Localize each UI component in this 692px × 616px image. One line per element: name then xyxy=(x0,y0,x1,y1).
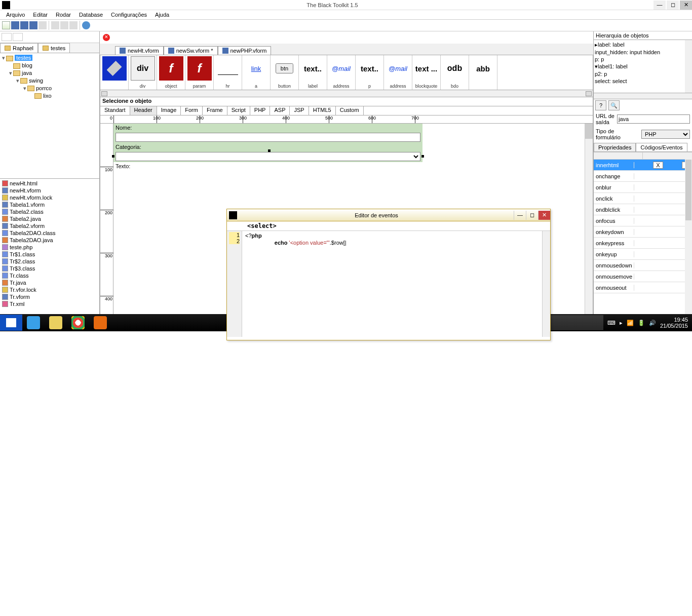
tree-item[interactable]: lixo xyxy=(43,93,52,99)
menu-database[interactable]: Database xyxy=(75,11,107,19)
tree-item[interactable]: swing xyxy=(29,78,43,84)
file-item[interactable]: Tr.xml xyxy=(10,301,25,307)
file-item[interactable]: newHt.html xyxy=(10,180,37,186)
tab-newphp[interactable]: newPHP.vform xyxy=(218,46,272,55)
component-[interactable] xyxy=(100,55,129,90)
event-row-onchange[interactable]: onchange xyxy=(594,171,692,182)
event-row-onkeyup[interactable]: onkeyup xyxy=(594,249,692,260)
events-vscroll[interactable] xyxy=(685,152,692,330)
wifi-icon[interactable]: 📶 xyxy=(627,320,634,326)
nome-input[interactable] xyxy=(116,133,420,142)
tipo-form-select[interactable]: PHP xyxy=(641,130,690,139)
url-saida-input[interactable] xyxy=(617,114,690,124)
component-div[interactable]: divdiv xyxy=(129,55,157,90)
hier-node[interactable]: p: p xyxy=(595,56,604,62)
event-row-onfocus[interactable]: onfocus xyxy=(594,215,692,226)
event-row-ondblclick[interactable]: ondblclick xyxy=(594,204,692,215)
hier-node[interactable]: p2: p xyxy=(595,71,607,77)
cat-tab-header[interactable]: Header xyxy=(130,106,157,115)
tool-icon-3[interactable] xyxy=(60,21,68,29)
tree-root[interactable]: testes xyxy=(15,55,32,61)
event-clear-button[interactable]: X xyxy=(653,162,663,169)
file-item[interactable]: Tabela2.class xyxy=(10,209,44,215)
event-row-onkeydown[interactable]: onkeydown xyxy=(594,226,692,238)
component-button[interactable]: btnbutton xyxy=(271,55,299,90)
component-label[interactable]: text..label xyxy=(299,55,327,90)
scroll-left-icon[interactable] xyxy=(101,91,107,96)
component-param[interactable]: fparam xyxy=(185,55,214,90)
tab-newsw[interactable]: newSw.vform * xyxy=(164,46,218,55)
hier-node[interactable]: label1: label xyxy=(598,63,628,69)
component-hr[interactable]: hr xyxy=(214,55,242,90)
form-designer[interactable]: Nome: Categoria: Texto: xyxy=(113,124,422,170)
maximize-button[interactable]: ◻ xyxy=(667,1,679,10)
tab-testes[interactable]: testes xyxy=(38,43,70,53)
cat-tab-custom[interactable]: Custom xyxy=(336,106,364,115)
file-list[interactable]: newHt.html newHt.vform newHt.vform.lock … xyxy=(0,178,99,330)
hier-node[interactable]: input_hidden: input hidden xyxy=(595,49,660,55)
cat-tab-php[interactable]: PHP xyxy=(250,106,271,115)
menu-ajuda[interactable]: Ajuda xyxy=(151,11,173,19)
file-item[interactable]: Tabela2DAO.class xyxy=(10,230,56,236)
file-item[interactable]: Tr$3.class xyxy=(10,265,35,272)
volume-icon[interactable]: 🔊 xyxy=(649,320,656,326)
event-editor-window[interactable]: Editor de eventos — ◻ ✕ <select> 12 <?ph… xyxy=(226,209,551,340)
system-tray[interactable]: ⌨ ▸ 📶 🔋 🔊 19:45 21/05/2015 xyxy=(603,317,692,329)
event-row-onmousemove[interactable]: onmousemove xyxy=(594,271,692,282)
cat-tab-asp[interactable]: ASP xyxy=(270,106,290,115)
tree-item[interactable]: java xyxy=(22,70,32,76)
file-item[interactable]: newHt.vform.lock xyxy=(10,195,52,201)
tool-icon-4[interactable] xyxy=(69,21,78,29)
ee-close-button[interactable]: ✕ xyxy=(538,211,550,220)
save-all-icon[interactable] xyxy=(29,21,37,29)
hier-hscroll[interactable] xyxy=(594,93,692,99)
file-item[interactable]: Tr.vform xyxy=(10,294,30,300)
cat-tab-html5[interactable]: HTML5 xyxy=(309,106,336,115)
categoria-select[interactable] xyxy=(116,152,420,161)
zoom-button[interactable]: 🔍 xyxy=(608,100,620,110)
event-list[interactable]: innerhtmlX...onchangeonbluronclickondblc… xyxy=(594,152,692,330)
event-row-onkeypress[interactable]: onkeypress xyxy=(594,238,692,249)
tree-item[interactable]: blog xyxy=(22,62,32,68)
canvas-vscroll[interactable] xyxy=(585,124,593,322)
component-address[interactable]: @mailaddress xyxy=(384,55,412,90)
chrome-icon[interactable] xyxy=(67,315,89,331)
component-address[interactable]: @mailaddress xyxy=(327,55,356,90)
hier-node[interactable]: select: select xyxy=(595,78,627,84)
panel-toggle-1[interactable] xyxy=(2,33,12,41)
event-row-onmouseout[interactable]: onmouseout xyxy=(594,282,692,293)
cat-tab-script[interactable]: Script xyxy=(227,106,250,115)
tool-icon-2[interactable] xyxy=(51,21,59,29)
component-bdo[interactable]: odbbdo xyxy=(441,55,469,90)
start-button[interactable] xyxy=(0,315,22,331)
cat-tab-standart[interactable]: Standart xyxy=(100,106,130,115)
menu-rodar[interactable]: Rodar xyxy=(52,11,75,19)
event-editor-titlebar[interactable]: Editor de eventos — ◻ ✕ xyxy=(227,209,550,221)
file-item[interactable]: Tr.class xyxy=(10,273,29,279)
minimize-button[interactable]: — xyxy=(653,1,666,10)
close-tab-icon[interactable]: ✕ xyxy=(103,34,110,41)
cat-tab-jsp[interactable]: JSP xyxy=(290,106,309,115)
clock[interactable]: 19:45 21/05/2015 xyxy=(660,317,688,329)
file-item[interactable]: Tr$2.class xyxy=(10,258,35,264)
tab-propriedades[interactable]: Propriedades xyxy=(594,143,636,151)
ee-maximize-button[interactable]: ◻ xyxy=(526,211,538,220)
file-item[interactable]: newHt.vform xyxy=(10,187,41,194)
code-editor[interactable]: 12 <?php echo '<option value="'.$row[| xyxy=(227,230,550,337)
explorer-icon[interactable] xyxy=(45,315,67,331)
file-item[interactable]: teste.php xyxy=(10,244,32,250)
save-as-icon[interactable] xyxy=(20,21,28,29)
battery-icon[interactable]: 🔋 xyxy=(638,320,645,326)
component-[interactable]: abb xyxy=(469,55,497,90)
code-text[interactable]: <?php echo '<option value="'.$row[| xyxy=(242,231,542,337)
ie-icon[interactable] xyxy=(22,315,45,331)
tree-item[interactable]: porrco xyxy=(36,85,52,91)
file-item[interactable]: Tabela1.vform xyxy=(10,202,45,208)
hier-vscroll[interactable] xyxy=(685,40,692,93)
file-item[interactable]: Tr$1.class xyxy=(10,251,35,257)
event-row-onmousedown[interactable]: onmousedown xyxy=(594,260,692,271)
tab-raphael[interactable]: Raphael xyxy=(0,43,38,53)
component-blockquote[interactable]: text ...blockquote xyxy=(412,55,441,90)
hier-node[interactable]: label: label xyxy=(598,42,625,48)
component-a[interactable]: linka xyxy=(242,55,271,90)
